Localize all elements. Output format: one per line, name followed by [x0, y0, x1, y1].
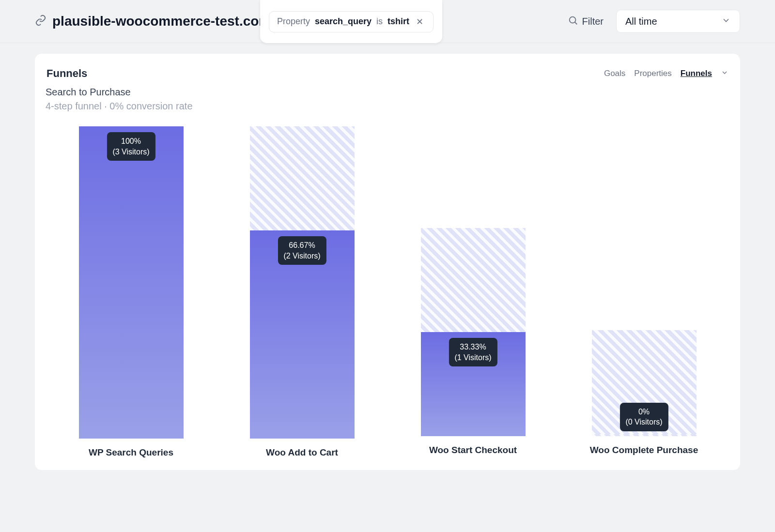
filter-op: is	[376, 16, 383, 27]
filter-button[interactable]: Filter	[568, 15, 604, 28]
bar-tooltip: 66.67%(2 Visitors)	[278, 236, 326, 265]
panel-tabs: Goals Properties Funnels	[604, 69, 728, 79]
chevron-down-icon[interactable]	[721, 69, 728, 79]
tooltip-percent: 66.67%	[283, 240, 320, 251]
bar-area: 33.33%(1 Visitors)	[421, 126, 526, 436]
tab-funnels[interactable]: Funnels	[681, 69, 712, 78]
search-icon	[568, 15, 578, 28]
tooltip-visitors: (0 Visitors)	[625, 417, 662, 427]
filter-value: tshirt	[388, 16, 409, 27]
bar-tooltip: 0%(0 Visitors)	[620, 403, 668, 431]
bar-tooltip: 100%(3 Visitors)	[107, 132, 155, 161]
bar-area: 0%(0 Visitors)	[592, 126, 697, 436]
panel-header: Funnels Goals Properties Funnels	[46, 67, 729, 80]
close-icon[interactable]: ✕	[414, 16, 425, 27]
funnel-step: 66.67%(2 Visitors)Woo Add to Cart	[217, 126, 388, 456]
topbar: plausible-woocommerce-test.com Property …	[0, 0, 775, 43]
bar-fill: 100%(3 Visitors)	[79, 126, 184, 439]
bar-tooltip: 33.33%(1 Visitors)	[449, 338, 497, 366]
date-range-label: All time	[625, 16, 657, 27]
tooltip-visitors: (3 Visitors)	[112, 147, 149, 157]
topbar-right: Filter All time	[568, 10, 740, 33]
chevron-down-icon	[721, 15, 731, 28]
tooltip-visitors: (2 Visitors)	[283, 251, 320, 261]
bar-fill: 33.33%(1 Visitors)	[421, 332, 526, 436]
bar-fill	[592, 434, 697, 436]
step-label: Woo Start Checkout	[429, 445, 517, 456]
tab-properties[interactable]: Properties	[634, 69, 671, 78]
site-selector[interactable]: plausible-woocommerce-test.com	[35, 14, 286, 29]
tooltip-percent: 0%	[625, 407, 662, 417]
filter-label: Filter	[582, 16, 604, 27]
tooltip-visitors: (1 Visitors)	[454, 352, 491, 363]
funnel-name: Search to Purchase	[46, 87, 729, 98]
funnel-step: 100%(3 Visitors)WP Search Queries	[46, 126, 217, 456]
step-label: Woo Add to Cart	[266, 447, 338, 458]
svg-point-0	[569, 16, 575, 23]
funnels-panel: Funnels Goals Properties Funnels Search …	[35, 54, 740, 470]
tooltip-percent: 100%	[112, 136, 149, 147]
tab-goals[interactable]: Goals	[604, 69, 625, 78]
bar-fill: 66.67%(2 Visitors)	[250, 230, 355, 439]
filter-key: search_query	[315, 16, 372, 27]
funnel-step: 0%(0 Visitors)Woo Complete Purchase	[558, 126, 729, 456]
bar-area: 66.67%(2 Visitors)	[250, 126, 355, 439]
active-filter-card: Property search_query is tshirt ✕	[260, 0, 442, 43]
funnel-chart: 100%(3 Visitors)WP Search Queries66.67%(…	[46, 126, 729, 456]
bar-area: 100%(3 Visitors)	[79, 126, 184, 439]
link-icon	[35, 15, 46, 28]
date-range-select[interactable]: All time	[616, 10, 740, 33]
bar-dropoff	[250, 126, 355, 230]
filter-pill[interactable]: Property search_query is tshirt ✕	[269, 11, 434, 32]
panel-title: Funnels	[46, 67, 87, 80]
filter-prefix: Property	[277, 16, 310, 27]
bar-dropoff	[421, 228, 526, 332]
funnel-step: 33.33%(1 Visitors)Woo Start Checkout	[388, 126, 558, 456]
site-name: plausible-woocommerce-test.com	[52, 14, 271, 29]
funnel-subtitle: 4-step funnel · 0% conversion rate	[46, 101, 729, 112]
tooltip-percent: 33.33%	[454, 342, 491, 352]
step-label: Woo Complete Purchase	[590, 445, 698, 456]
step-label: WP Search Queries	[89, 447, 173, 458]
